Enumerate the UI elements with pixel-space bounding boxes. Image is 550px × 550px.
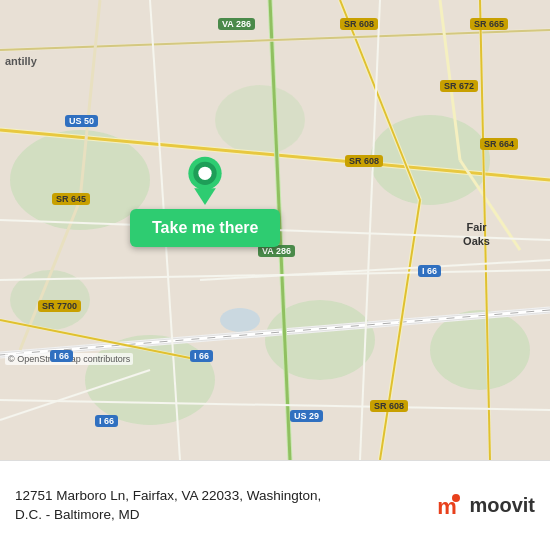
svg-point-8	[220, 308, 260, 332]
svg-marker-41	[194, 188, 216, 205]
road-badge-sr608-top: SR 608	[340, 18, 378, 30]
road-badge-sr608-mid: SR 608	[345, 155, 383, 167]
chantilly-label: antilly	[5, 55, 37, 67]
location-pin-icon	[180, 155, 230, 205]
svg-point-1	[10, 130, 150, 230]
address-display: 12751 Marboro Ln, Fairfax, VA 22033, Was…	[15, 487, 419, 525]
road-badge-us29: US 29	[290, 410, 323, 422]
road-badge-i66-mid2: I 66	[190, 350, 213, 362]
road-badge-va286-top: VA 286	[218, 18, 255, 30]
road-badge-i66-top: I 66	[418, 265, 441, 277]
moovit-logo: m moovit	[429, 488, 535, 524]
svg-point-7	[215, 85, 305, 155]
moovit-icon: m	[429, 488, 465, 524]
road-badge-sr665: SR 665	[470, 18, 508, 30]
take-me-there-button[interactable]: Take me there	[130, 209, 280, 247]
address-line: 12751 Marboro Ln, Fairfax, VA 22033, Was…	[15, 488, 321, 522]
svg-point-2	[370, 115, 490, 205]
road-badge-sr645: SR 645	[52, 193, 90, 205]
road-badge-sr608-bot: SR 608	[370, 400, 408, 412]
info-bar: 12751 Marboro Ln, Fairfax, VA 22033, Was…	[0, 460, 550, 550]
fair-oaks-label: FairOaks	[463, 220, 490, 249]
road-badge-i66-bot: I 66	[95, 415, 118, 427]
svg-point-44	[452, 494, 460, 502]
road-badge-i66-mid: I 66	[50, 350, 73, 362]
navigation-prompt[interactable]: Take me there	[130, 155, 280, 247]
road-badge-us50: US 50	[65, 115, 98, 127]
road-badge-sr664: SR 664	[480, 138, 518, 150]
road-badge-sr672: SR 672	[440, 80, 478, 92]
road-badge-sr7700: SR 7700	[38, 300, 81, 312]
svg-point-40	[199, 167, 212, 180]
moovit-brand-name: moovit	[469, 494, 535, 517]
map: VA 286SR 608SR 665US 50SR 645SR 672SR 66…	[0, 0, 550, 460]
